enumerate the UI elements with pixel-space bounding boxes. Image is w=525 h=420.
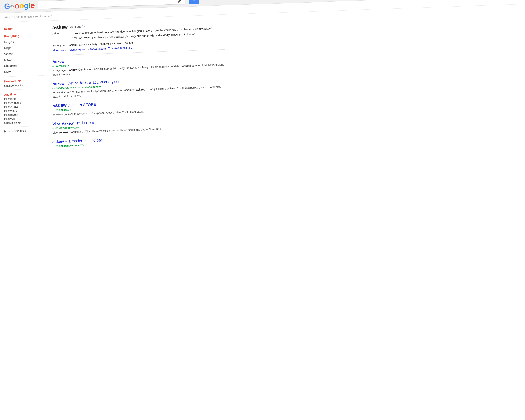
dictionary-pronunciation: /əˈskyo͞o/ (70, 25, 83, 28)
dictionary-synonyms-label: Synonyms: (53, 44, 67, 47)
result-5: askew -- a modern dining bar www.askewne… (53, 134, 225, 148)
sidebar-more-tools-link[interactable]: More search tools (4, 128, 44, 134)
sidebar-location: New York, NY Change location (4, 78, 44, 88)
google-logo: G✂oogle (4, 1, 35, 11)
dictionary-external-links: Dictionary.com - Answers.com - The Free … (69, 46, 132, 51)
results-count: About 11,900,000 results (0.18 seconds) (4, 14, 53, 19)
dictionary-link-answerscom[interactable]: Answers.com (89, 47, 106, 51)
sidebar-more-tools: More search tools (4, 128, 44, 134)
sidebar-search-label: Search (4, 25, 44, 31)
dictionary-speaker-icon[interactable]: ♪ (84, 25, 85, 28)
dictionary-link-thefreedictionary[interactable]: The Free Dictionary (108, 46, 132, 50)
logo-g: G (4, 2, 10, 11)
content-area: a·skew /əˈskyo͞o/ ♪ Adverb Not in a stra… (44, 14, 233, 157)
dictionary-synonyms-values: aslant - askance - awry - slantwise - at… (69, 41, 133, 47)
logo-g2: g (24, 1, 28, 10)
result-3: ASKEW DESIGN STORE www.askew.co.nz/ Imme… (53, 98, 225, 117)
sidebar-divider-1 (4, 75, 44, 77)
dictionary-box: a·skew /əˈskyo͞o/ ♪ Adverb Not in a stra… (53, 19, 225, 56)
sidebar-divider-2 (4, 89, 44, 90)
logo-o2: o (19, 1, 24, 10)
result-1-link[interactable]: Askew (53, 59, 65, 64)
dictionary-more-info-link[interactable]: More info » (53, 48, 66, 52)
result-1-date: 4 days ago (53, 68, 66, 72)
dictionary-pos-label: Adverb (53, 31, 67, 42)
main-layout: Search Everything Images Maps Videos New… (0, 4, 525, 159)
result-4: View Askew Productions www.viewaskew.com… (53, 116, 225, 135)
sidebar: Search Everything Images Maps Videos New… (0, 21, 44, 159)
search-button[interactable] (188, 0, 199, 4)
sidebar-divider-3 (4, 126, 44, 128)
sidebar-search-heading: Search (4, 25, 44, 31)
search-input[interactable]: askew (40, 0, 176, 7)
dictionary-word: a·skew (53, 24, 68, 30)
result-4-link[interactable]: View Askew Productions (53, 120, 95, 126)
dict-link-sep-1: - (88, 47, 89, 51)
sidebar-time: Any time Past hour Past 24 hours Past 2 … (4, 91, 44, 125)
dictionary-link-dictionarycom[interactable]: Dictionary.com (69, 48, 87, 51)
logo-e: e (31, 1, 35, 10)
result-1: Askew askew1.com/ 4 days ago – Askew One… (53, 54, 225, 77)
result-2: Askew | Define Askew at Dictionary.com d… (53, 76, 225, 99)
dictionary-more-label: More info » (53, 48, 67, 52)
logo-scissors: ✂ (10, 3, 15, 9)
logo-o1: o (15, 1, 19, 10)
logo-l: l (28, 1, 31, 10)
mic-icon[interactable]: 🎤 (178, 0, 183, 3)
sidebar-item-more[interactable]: More (4, 67, 44, 75)
sidebar-nav: Everything Images Maps Videos News Shopp… (4, 32, 44, 75)
